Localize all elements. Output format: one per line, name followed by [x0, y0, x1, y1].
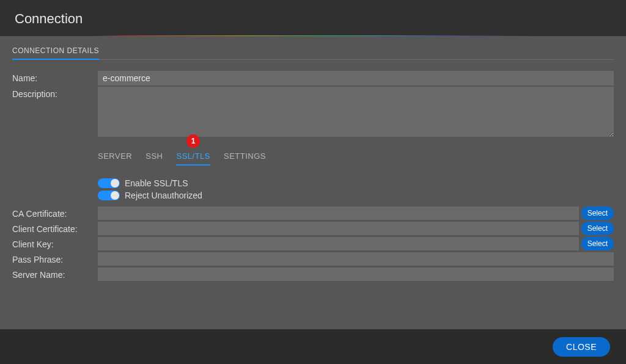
toggle-enable-ssl[interactable]: [98, 178, 120, 188]
client-cert-select-button[interactable]: Select: [581, 222, 614, 235]
row-server-name: Server Name:: [12, 268, 614, 281]
name-input[interactable]: [98, 71, 614, 86]
enable-ssl-label: Enable SSL/TLS: [125, 178, 188, 188]
description-input[interactable]: [98, 87, 614, 137]
subtab-bar: SERVER SSH SSL/TLS 1 SETTINGS: [12, 151, 614, 166]
dialog-body: CONNECTION DETAILS Name: Description: SE…: [0, 36, 626, 329]
tab-server[interactable]: SERVER: [98, 151, 132, 166]
reject-unauthorized-label: Reject Unauthorized: [125, 191, 202, 200]
row-reject-unauthorized: Reject Unauthorized: [98, 191, 614, 200]
row-description: Description:: [12, 87, 614, 137]
server-name-label: Server Name:: [12, 268, 98, 280]
pass-phrase-input[interactable]: [98, 252, 614, 266]
dialog-footer: CLOSE: [0, 330, 626, 364]
section-tabs: CONNECTION DETAILS: [12, 45, 614, 60]
ssl-toggles: Enable SSL/TLS Reject Unauthorized: [12, 178, 614, 200]
toggle-knob-icon: [111, 191, 119, 200]
ssl-fields: CA Certificate: Select Client Certificat…: [12, 206, 614, 281]
row-client-cert: Client Certificate: Select: [12, 222, 614, 235]
toggle-knob-icon: [111, 179, 119, 187]
badge-ssltls: 1: [186, 134, 200, 148]
row-name: Name:: [12, 71, 614, 86]
client-key-input[interactable]: [98, 237, 579, 250]
row-ca-cert: CA Certificate: Select: [12, 206, 614, 220]
tab-ssh[interactable]: SSH: [145, 151, 163, 166]
tab-settings[interactable]: SETTINGS: [224, 151, 266, 166]
close-button[interactable]: CLOSE: [553, 337, 610, 357]
description-label: Description:: [12, 87, 98, 99]
tab-ssltls-label: SSL/TLS: [176, 151, 210, 161]
dialog-title: Connection: [0, 0, 626, 35]
toggle-reject-unauthorized[interactable]: [98, 191, 120, 200]
client-cert-input[interactable]: [98, 222, 579, 235]
row-enable-ssl: Enable SSL/TLS: [98, 178, 614, 188]
row-client-key: Client Key: Select: [12, 237, 614, 250]
tab-ssltls[interactable]: SSL/TLS 1: [176, 151, 210, 166]
section-underline: [12, 59, 614, 60]
name-label: Name:: [12, 71, 98, 83]
row-pass-phrase: Pass Phrase:: [12, 252, 614, 266]
client-key-label: Client Key:: [12, 237, 98, 249]
server-name-input[interactable]: [98, 268, 614, 281]
client-cert-label: Client Certificate:: [12, 222, 98, 234]
tab-connection-details[interactable]: CONNECTION DETAILS: [12, 45, 99, 60]
ca-cert-select-button[interactable]: Select: [581, 206, 614, 220]
client-key-select-button[interactable]: Select: [581, 237, 614, 250]
ca-cert-label: CA Certificate:: [12, 206, 98, 219]
connection-dialog: Connection CONNECTION DETAILS Name: Desc…: [0, 0, 626, 364]
pass-phrase-label: Pass Phrase:: [12, 252, 98, 264]
ca-cert-input[interactable]: [98, 206, 579, 220]
